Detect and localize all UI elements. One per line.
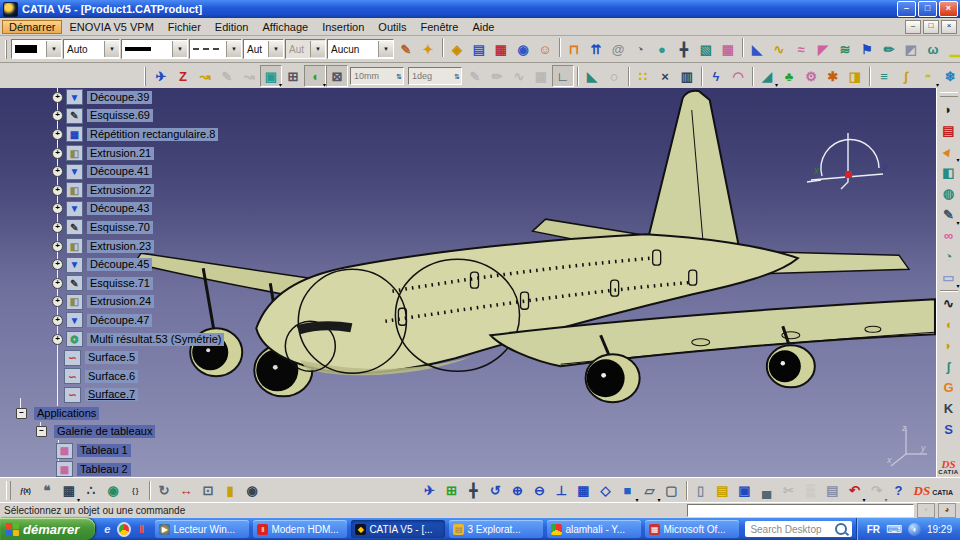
tree-item[interactable]: +▼Découpe.43 (0, 200, 937, 219)
wheel-icon[interactable]: ◉ (512, 38, 534, 60)
plant-icon[interactable]: ♣ (778, 65, 800, 87)
catalog-icon[interactable]: ◈ (446, 38, 468, 60)
squiggle-icon[interactable]: ∿ (938, 293, 960, 314)
open-icon[interactable]: ▤ (712, 480, 734, 502)
fan-icon[interactable]: ✱ (822, 65, 844, 87)
line-type-dropdown[interactable]: ▼ (189, 39, 242, 59)
surfaces-icon[interactable]: ◧ (938, 162, 960, 183)
menu-edition[interactable]: Edition (208, 20, 256, 34)
color-dropdown[interactable]: ▼ (11, 39, 62, 59)
shell-right-icon[interactable]: ◗ (938, 335, 960, 356)
select-cursor-icon[interactable]: ▲▾ (938, 141, 960, 162)
toolbar-grip[interactable] (6, 481, 11, 500)
expand-icon[interactable]: + (52, 259, 63, 270)
tree-item-label[interactable]: Extrusion.24 (87, 295, 154, 308)
hidden-line-icon[interactable]: ▱▾ (639, 480, 661, 502)
yellow-swoosh-icon[interactable]: ↝ (194, 65, 216, 87)
sketch-analysis-icon[interactable]: ◣ (746, 38, 768, 60)
tray-notification-icon[interactable]: ◖ (908, 523, 921, 536)
expand-icon[interactable]: + (52, 241, 63, 252)
restore-button[interactable]: □ (918, 1, 937, 17)
normal-view-icon[interactable]: ⊥ (551, 480, 573, 502)
tree-item[interactable]: +✎Esquisse.70 (0, 218, 937, 237)
fly-plane-icon[interactable]: ✈ (150, 65, 172, 87)
snowflake-icon[interactable]: ❄ (939, 65, 960, 87)
tree-item[interactable]: +▼Découpe.47 (0, 311, 937, 330)
comment-icon[interactable]: ❝ (36, 480, 58, 502)
yellow-surface-icon[interactable]: ◨ (844, 65, 866, 87)
taskbar-task-explorer-group[interactable]: ▤ 3 Explorat... (449, 520, 543, 538)
sketcher-icon[interactable]: ✎▾ (938, 204, 960, 225)
tree-item-label[interactable]: Répétition rectangulaire.8 (87, 128, 218, 141)
yellow-dots-icon[interactable]: ∷ (632, 65, 654, 87)
child-minimize-button[interactable]: – (905, 20, 921, 34)
menu-demarrer[interactable]: Démarrer (2, 20, 62, 34)
terrain-icon[interactable]: ∿ (768, 38, 790, 60)
sphere-icon[interactable]: ● (651, 38, 673, 60)
graphic-wizard-icon[interactable]: ✦ (417, 38, 439, 60)
tree-item[interactable]: +◧Extrusion.24 (0, 293, 937, 312)
tree-item[interactable]: +▦Répétition rectangulaire.8 (0, 125, 937, 144)
layer-dropdown[interactable]: Aucun▼ (327, 39, 394, 59)
axis-pressed-icon[interactable]: ∟ (552, 65, 574, 87)
expand-icon[interactable]: + (52, 334, 63, 345)
tree-item[interactable]: +✎Esquisse.69 (0, 107, 937, 126)
expand-icon[interactable]: + (52, 296, 63, 307)
taskbar-task-office[interactable]: ▦ Microsoft Of... (645, 520, 739, 538)
cylinder-pen-icon[interactable]: ▭▾ (938, 267, 960, 288)
grid-snap-icon[interactable]: ⊠ (326, 65, 348, 87)
tree-item[interactable]: +▼Découpe.41 (0, 162, 937, 181)
brush-teal-icon[interactable]: ✏ (878, 38, 900, 60)
tree-item-label[interactable]: Esquisse.71 (87, 277, 153, 290)
media-player-icon[interactable]: ‖ (134, 522, 148, 536)
fly-mode-icon[interactable]: ✈ (419, 480, 441, 502)
cube-icon[interactable]: ▧ (695, 38, 717, 60)
expand-icon[interactable]: + (52, 92, 63, 103)
menu-enovia[interactable]: ENOVIA V5 VPM (62, 20, 160, 34)
child-close-button[interactable]: × (941, 20, 957, 34)
tree-item-label[interactable]: Découpe.41 (87, 165, 152, 178)
g-curve-icon[interactable]: G (938, 377, 960, 398)
start-button[interactable]: démarrer (0, 518, 95, 540)
tree-item-label[interactable]: Esquisse.70 (87, 221, 153, 234)
menu-affichage[interactable]: Affichage (255, 20, 315, 34)
language-indicator[interactable]: FR (867, 524, 880, 535)
lock-icon[interactable]: ◉ (102, 480, 124, 502)
layers-blue-icon[interactable]: ▤ (468, 38, 490, 60)
help-person-icon[interactable]: ☺ (534, 38, 556, 60)
teal-wedge-icon[interactable]: ◣ (581, 65, 603, 87)
striped-surface-icon[interactable]: ≋ (834, 38, 856, 60)
menu-aide[interactable]: Aide (465, 20, 501, 34)
tree-item[interactable]: +▼Découpe.45 (0, 255, 937, 274)
leaf-curve-icon[interactable]: ∫ (895, 65, 917, 87)
expand-icon[interactable]: + (52, 166, 63, 177)
menu-fenetre[interactable]: Fenêtre (413, 20, 465, 34)
tree-item[interactable]: −Applications (0, 404, 937, 423)
tree-item[interactable]: +✎Esquisse.71 (0, 274, 937, 293)
expand-icon[interactable]: + (52, 315, 63, 326)
taskbar-task-modem[interactable]: ‖ Modem HDM... (253, 520, 347, 538)
fit-all-icon[interactable]: ⊞ (441, 480, 463, 502)
clock-icon[interactable]: ◔ (629, 38, 651, 60)
s-curve-icon[interactable]: ʃ (938, 356, 960, 377)
save-icon[interactable]: ▣ (734, 480, 756, 502)
plus-box-icon[interactable]: ⊞ (282, 65, 304, 87)
plane-rep-icon[interactable]: ▣▾ (260, 65, 282, 87)
tree-item[interactable]: +▼Découpe.39 (0, 88, 937, 107)
tree-item[interactable]: ▦Tableau 2 (0, 460, 937, 478)
wireframe-view-icon[interactable]: ▢ (661, 480, 683, 502)
menu-fichier[interactable]: Fichier (161, 20, 208, 34)
toolbar-grip[interactable] (5, 40, 7, 59)
opacity-dropdown[interactable]: Auto▼ (63, 39, 120, 59)
new-doc-icon[interactable]: ▯ (690, 480, 712, 502)
design-table-icon[interactable]: ▦▾ (58, 480, 80, 502)
tree-item-label[interactable]: Multi résultat.53 (Symétrie) (87, 333, 224, 346)
menu-outils[interactable]: Outils (371, 20, 413, 34)
taskbar-task-browser[interactable]: alamhali - Y... (547, 520, 641, 538)
point-symbol-dropdown[interactable]: Aut▼ (243, 39, 284, 59)
minimize-button[interactable]: – (897, 1, 916, 17)
turntable-icon[interactable]: ↻ (153, 480, 175, 502)
exit-braces-icon[interactable]: { } (124, 480, 146, 502)
dot-sphere-icon[interactable]: ◌ (603, 65, 625, 87)
wave-pink-icon[interactable]: ≈ (790, 38, 812, 60)
